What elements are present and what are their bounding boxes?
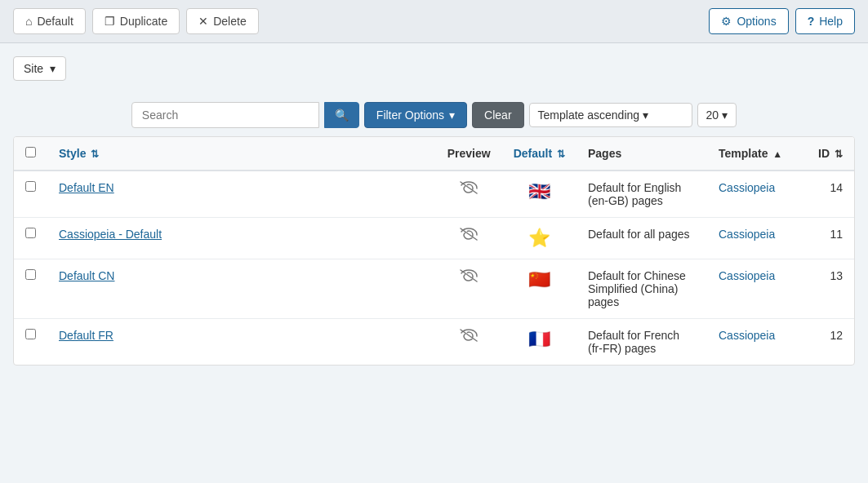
style-link[interactable]: Default CN bbox=[59, 269, 114, 282]
row-style-cell: Default CN bbox=[47, 259, 436, 319]
duplicate-button-label: Duplicate bbox=[120, 15, 167, 28]
copy-icon bbox=[105, 15, 115, 28]
flag-default-icon: 🇫🇷 bbox=[528, 329, 550, 349]
content-area: Site 🔍 Filter Options Clear Template asc… bbox=[0, 43, 868, 379]
question-icon bbox=[808, 15, 815, 28]
row-preview-cell bbox=[436, 171, 502, 218]
filter-options-label: Filter Options bbox=[376, 109, 444, 122]
sort-selector-label: Template ascending bbox=[538, 109, 640, 122]
col-header-default[interactable]: Default ⇅ bbox=[502, 137, 576, 171]
row-preview-cell bbox=[436, 319, 502, 366]
col-header-style[interactable]: Style ⇅ bbox=[47, 137, 436, 171]
preview-eye-icon bbox=[460, 181, 478, 197]
row-checkbox-cell bbox=[14, 218, 47, 259]
row-default-cell: 🇬🇧 bbox=[502, 171, 576, 218]
row-pages-cell: Default for Chinese Simplified (China) p… bbox=[576, 259, 707, 319]
help-button[interactable]: Help bbox=[795, 8, 855, 34]
select-all-checkbox[interactable] bbox=[25, 147, 36, 157]
clear-button[interactable]: Clear bbox=[472, 102, 523, 128]
sort-selector[interactable]: Template ascending bbox=[529, 103, 692, 127]
row-pages-cell: Default for all pages bbox=[576, 218, 707, 259]
duplicate-button[interactable]: Duplicate bbox=[92, 8, 180, 34]
chevron-down-icon-count bbox=[722, 109, 728, 122]
row-template-cell: Cassiopeia bbox=[707, 171, 805, 218]
row-template-cell: Cassiopeia bbox=[707, 259, 805, 319]
template-link[interactable]: Cassiopeia bbox=[719, 181, 775, 194]
template-link[interactable]: Cassiopeia bbox=[719, 329, 775, 342]
chevron-down-icon-filter bbox=[449, 109, 455, 122]
row-checkbox[interactable] bbox=[25, 269, 36, 280]
row-checkbox[interactable] bbox=[25, 329, 36, 339]
count-selector[interactable]: 20 bbox=[697, 103, 737, 127]
flag-default-icon: 🇨🇳 bbox=[528, 269, 550, 290]
site-selector-label: Site bbox=[24, 62, 43, 75]
table-row: Default FR 🇫🇷Default for French (fr-FR) … bbox=[14, 319, 854, 366]
table-row: Cassiopeia - Default ⭐Default for all pa… bbox=[14, 218, 854, 259]
delete-icon bbox=[198, 15, 208, 28]
row-preview-cell bbox=[436, 259, 502, 319]
col-header-id[interactable]: ID ⇅ bbox=[805, 137, 854, 171]
delete-button-label: Delete bbox=[213, 15, 246, 28]
site-selector[interactable]: Site bbox=[13, 56, 66, 81]
table-header-row: Style ⇅ Preview Default ⇅ Pages Template… bbox=[14, 137, 854, 171]
filter-options-button[interactable]: Filter Options bbox=[364, 102, 467, 128]
count-value: 20 bbox=[706, 109, 719, 122]
template-link[interactable]: Cassiopeia bbox=[719, 228, 775, 241]
default-button[interactable]: Default bbox=[13, 8, 86, 34]
style-link[interactable]: Default FR bbox=[59, 329, 114, 342]
row-default-cell: ⭐ bbox=[502, 218, 576, 259]
style-link[interactable]: Default EN bbox=[59, 181, 114, 194]
row-template-cell: Cassiopeia bbox=[707, 319, 805, 366]
col-header-pages: Pages bbox=[576, 137, 707, 171]
clear-button-label: Clear bbox=[484, 109, 511, 122]
filter-bar: 🔍 Filter Options Clear Template ascendin… bbox=[13, 94, 855, 136]
row-checkbox[interactable] bbox=[25, 228, 36, 238]
star-default-icon: ⭐ bbox=[528, 228, 550, 248]
default-button-label: Default bbox=[37, 15, 73, 28]
row-checkbox-cell bbox=[14, 171, 47, 218]
row-style-cell: Cassiopeia - Default bbox=[47, 218, 436, 259]
style-link[interactable]: Cassiopeia - Default bbox=[59, 228, 162, 241]
table-row: Default CN 🇨🇳Default for Chinese Simplif… bbox=[14, 259, 854, 319]
row-template-cell: Cassiopeia bbox=[707, 218, 805, 259]
preview-eye-icon bbox=[460, 228, 478, 244]
chevron-down-icon-sort bbox=[643, 109, 648, 122]
search-input[interactable] bbox=[131, 102, 319, 128]
row-checkbox-cell bbox=[14, 259, 47, 319]
help-button-label: Help bbox=[819, 15, 843, 28]
main-panel: Style ⇅ Preview Default ⇅ Pages Template… bbox=[13, 136, 855, 366]
home-icon bbox=[25, 15, 32, 28]
row-checkbox-cell bbox=[14, 319, 47, 366]
col-header-template[interactable]: Template ▲ bbox=[707, 137, 805, 171]
styles-table: Style ⇅ Preview Default ⇅ Pages Template… bbox=[14, 137, 854, 365]
row-default-cell: 🇨🇳 bbox=[502, 259, 576, 319]
main-toolbar: Default Duplicate Delete Options Help bbox=[0, 0, 868, 43]
row-id-cell: 12 bbox=[805, 319, 854, 366]
flag-default-icon: 🇬🇧 bbox=[528, 181, 550, 202]
template-link[interactable]: Cassiopeia bbox=[719, 269, 775, 282]
row-style-cell: Default FR bbox=[47, 319, 436, 366]
row-id-cell: 11 bbox=[805, 218, 854, 259]
options-button[interactable]: Options bbox=[709, 8, 788, 34]
row-default-cell: 🇫🇷 bbox=[502, 319, 576, 366]
select-all-checkbox-header[interactable] bbox=[14, 137, 47, 171]
row-pages-cell: Default for English (en-GB) pages bbox=[576, 171, 707, 218]
row-pages-cell: Default for French (fr-FR) pages bbox=[576, 319, 707, 366]
search-icon: 🔍 bbox=[335, 109, 349, 122]
col-header-preview: Preview bbox=[436, 137, 502, 171]
row-id-cell: 14 bbox=[805, 171, 854, 218]
row-checkbox[interactable] bbox=[25, 181, 36, 192]
delete-button[interactable]: Delete bbox=[186, 8, 258, 34]
row-preview-cell bbox=[436, 218, 502, 259]
search-button[interactable]: 🔍 bbox=[324, 102, 359, 128]
preview-eye-icon bbox=[460, 329, 478, 345]
row-style-cell: Default EN bbox=[47, 171, 436, 218]
row-id-cell: 13 bbox=[805, 259, 854, 319]
preview-eye-icon bbox=[460, 269, 478, 286]
options-button-label: Options bbox=[737, 15, 776, 28]
table-row: Default EN 🇬🇧Default for English (en-GB)… bbox=[14, 171, 854, 218]
gear-icon bbox=[721, 15, 732, 28]
chevron-down-icon bbox=[50, 62, 56, 75]
